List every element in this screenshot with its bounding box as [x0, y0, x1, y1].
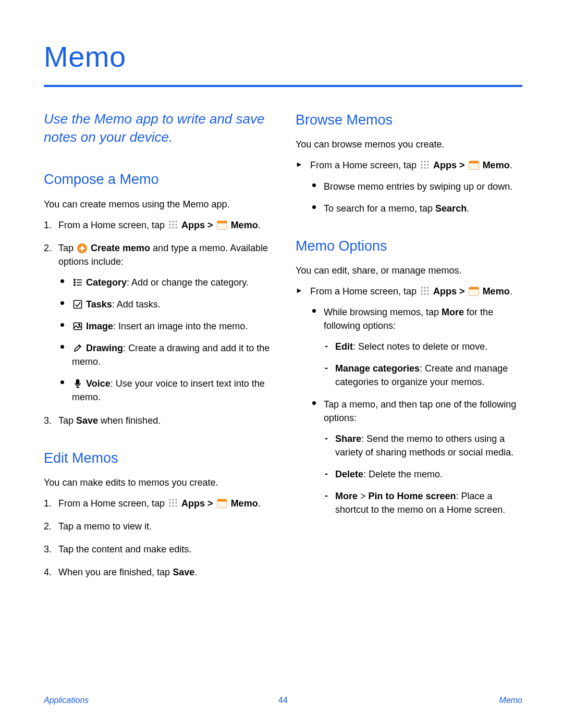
svg-rect-18 [74, 323, 82, 330]
opt-category: Category: Add or change the category. [58, 276, 271, 289]
svg-point-51 [427, 290, 429, 291]
svg-point-35 [421, 161, 422, 163]
gt: > [205, 498, 216, 509]
memo-app-icon [469, 287, 479, 296]
more-label: More [442, 307, 464, 317]
opt-share: Share: Send the memo to others using a v… [324, 432, 522, 459]
edit-steps: From a Home screen, tap Apps > Memo. Tap… [44, 497, 271, 579]
memo-label: Memo [483, 286, 510, 297]
svg-point-28 [172, 502, 174, 503]
svg-rect-17 [74, 300, 82, 308]
svg-rect-56 [469, 287, 479, 289]
options-tap-list: Share: Send the memo to others using a v… [324, 432, 522, 516]
edit-step-3: Tap the content and make edits. [44, 542, 271, 556]
text: From a Home screen, tap [58, 220, 167, 230]
apps-grid-icon [168, 498, 178, 508]
label: Pin to Home screen [369, 491, 456, 501]
create-memo-label: Create memo [91, 243, 150, 253]
footer-page-number: 44 [278, 694, 288, 706]
text: Tap [58, 243, 76, 253]
browse-lead: You can browse memos you create. [296, 138, 522, 151]
text: From a Home screen, tap [58, 498, 167, 509]
compose-step-1: From a Home screen, tap Apps > Memo. [44, 218, 271, 232]
microphone-icon [73, 379, 82, 388]
svg-point-1 [172, 220, 174, 222]
period: . [258, 498, 261, 509]
search-label: Search [435, 203, 467, 214]
intro-text: Use the Memo app to write and save notes… [44, 110, 271, 146]
opt-tasks: Tasks: Add tasks. [58, 298, 271, 311]
compose-step-2: Tap Create memo and type a memo. Availab… [44, 241, 271, 404]
svg-point-7 [172, 227, 174, 228]
image-icon [73, 322, 82, 331]
text: when finished. [98, 415, 161, 426]
text: From a Home screen, tap [310, 160, 419, 170]
period: . [510, 286, 512, 297]
memo-label: Memo [483, 160, 510, 170]
period: . [258, 220, 261, 230]
apps-grid-icon [168, 220, 178, 229]
label: Image [86, 321, 113, 331]
options-b1: While browsing memos, tap More for the f… [310, 305, 522, 389]
svg-point-24 [169, 499, 170, 500]
tasks-check-icon [73, 300, 82, 309]
save-label: Save [173, 567, 194, 577]
section-edit: Edit Memos You can make edits to memos y… [44, 448, 271, 579]
svg-point-36 [424, 161, 425, 163]
svg-point-13 [74, 282, 75, 283]
svg-rect-10 [217, 220, 227, 223]
section-options: Memo Options You can edit, share, or man… [296, 236, 522, 516]
text: : Select notes to delete or move. [353, 341, 487, 352]
category-list-icon [73, 278, 82, 287]
svg-point-26 [175, 499, 177, 500]
options-bullets: While browsing memos, tap More for the f… [310, 305, 522, 516]
memo-app-icon [217, 499, 227, 508]
period: . [510, 160, 512, 170]
footer-right: Memo [499, 694, 522, 706]
label: More [335, 491, 358, 501]
gt: > [358, 491, 369, 501]
svg-point-48 [427, 287, 429, 288]
left-column: Use the Memo app to write and save notes… [44, 110, 271, 600]
edit-lead: You can make edits to memos you create. [44, 476, 271, 489]
options-more-list: Edit: Select notes to delete or move. Ma… [324, 340, 522, 389]
svg-point-41 [421, 167, 422, 169]
pencil-icon [73, 343, 82, 353]
svg-point-4 [172, 224, 174, 225]
text: : Insert an image into the memo. [113, 321, 248, 331]
svg-point-52 [421, 293, 422, 294]
opt-delete: Delete: Delete the memo. [324, 467, 522, 481]
label: Category [86, 277, 127, 288]
text: and type a memo. Available options inclu… [58, 243, 268, 267]
label: Voice [86, 378, 111, 389]
content-columns: Use the Memo app to write and save notes… [44, 110, 522, 600]
svg-point-11 [74, 279, 75, 280]
heading-options: Memo Options [296, 236, 522, 256]
edit-step-4: When you are finished, tap Save. [44, 565, 271, 579]
text: : Delete the memo. [363, 469, 443, 479]
label: Drawing [86, 343, 123, 353]
svg-point-6 [169, 227, 170, 228]
label: Tasks [86, 299, 112, 310]
svg-point-2 [175, 220, 177, 222]
svg-point-53 [424, 293, 425, 294]
browse-b2: To search for a memo, tap Search. [310, 202, 522, 215]
label: Manage categories [335, 363, 420, 374]
svg-point-19 [79, 324, 80, 326]
opt-pin: More > Pin to Home screen: Place a short… [324, 489, 522, 516]
opt-image: Image: Insert an image into the memo. [58, 319, 271, 333]
svg-point-47 [424, 287, 425, 288]
plus-circle-icon [77, 243, 87, 253]
svg-point-3 [169, 224, 170, 225]
svg-point-42 [424, 167, 425, 169]
svg-point-54 [427, 293, 429, 294]
browse-bullets: Browse memo entries by swiping up or dow… [310, 180, 522, 215]
text: . [467, 203, 469, 214]
memo-label: Memo [231, 220, 258, 230]
opt-voice: Voice: Use your voice to insert text int… [58, 377, 271, 404]
apps-grid-icon [420, 160, 430, 169]
svg-point-0 [169, 220, 170, 222]
svg-rect-45 [469, 161, 479, 164]
memo-app-icon [217, 220, 227, 230]
page-title: Memo [44, 35, 522, 78]
